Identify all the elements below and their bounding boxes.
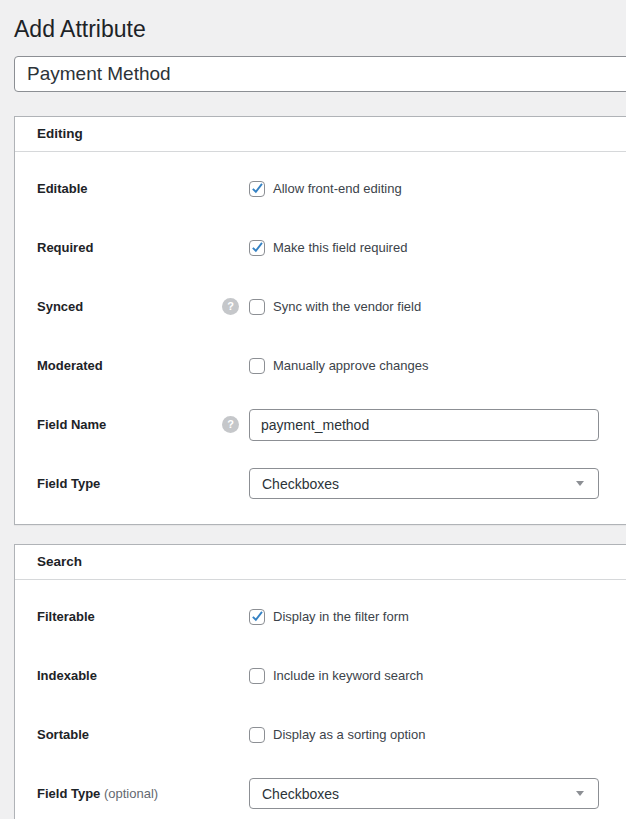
checkbox-indexable[interactable]	[249, 668, 265, 684]
dropdown-caret-icon	[576, 481, 584, 486]
checkbox-label[interactable]: Manually approve changes	[273, 358, 428, 374]
field-label-text: Editable	[37, 181, 88, 196]
field-label-text: Moderated	[37, 358, 103, 373]
checkbox-field-required: Make this field required	[249, 240, 407, 256]
field-label-text: Field Name	[37, 417, 106, 432]
select-value: Checkboxes	[262, 786, 339, 802]
checkbox-field-editable: Allow front-end editing	[249, 181, 402, 197]
field-label-suffix: (optional)	[104, 786, 158, 801]
section-title: Editing	[15, 117, 626, 152]
field-label: Indexable	[37, 667, 97, 684]
field-label: Sortable	[37, 726, 89, 743]
attribute-title-input[interactable]	[14, 56, 626, 92]
field-label-cell: Indexable	[37, 667, 239, 684]
checkbox-field-filterable: Display in the filter form	[249, 609, 409, 625]
checkbox-field-moderated: Manually approve changes	[249, 358, 428, 374]
field-label: Moderated	[37, 357, 103, 374]
select-field-type[interactable]: Checkboxes	[249, 468, 599, 499]
help-icon[interactable]: ?	[222, 298, 239, 315]
checkbox-field-indexable: Include in keyword search	[249, 668, 423, 684]
field-label: Synced	[37, 298, 83, 315]
field-row-moderated: ModeratedManually approve changes	[37, 336, 609, 395]
checkbox-label[interactable]: Make this field required	[273, 240, 407, 256]
checkmark-icon	[251, 610, 264, 623]
checkbox-label[interactable]: Sync with the vendor field	[273, 299, 421, 315]
checkbox-label[interactable]: Allow front-end editing	[273, 181, 402, 197]
field-label-text: Synced	[37, 299, 83, 314]
field-label-cell: Moderated	[37, 357, 239, 374]
field-label: Field Name	[37, 416, 106, 433]
field-label-cell: Editable	[37, 180, 239, 197]
section-search: SearchFilterableDisplay in the filter fo…	[14, 544, 626, 819]
field-label-cell: Filterable	[37, 608, 239, 625]
checkbox-sortable[interactable]	[249, 727, 265, 743]
field-label-text: Required	[37, 240, 93, 255]
checkbox-label[interactable]: Display as a sorting option	[273, 727, 425, 743]
field-label-text: Indexable	[37, 668, 97, 683]
field-row-field-type: Field TypeCheckboxes	[37, 454, 609, 513]
sections-container: EditingEditableAllow front-end editingRe…	[14, 116, 626, 819]
field-label-cell: Synced?	[37, 298, 239, 315]
field-row-editable: EditableAllow front-end editing	[37, 159, 609, 218]
help-icon[interactable]: ?	[222, 416, 239, 433]
field-label-text: Field Type	[37, 476, 100, 491]
field-label-cell: Field Name?	[37, 416, 239, 433]
select-value: Checkboxes	[262, 476, 339, 492]
field-row-synced: Synced?Sync with the vendor field	[37, 277, 609, 336]
checkbox-moderated[interactable]	[249, 358, 265, 374]
checkbox-synced[interactable]	[249, 299, 265, 315]
field-label: Field Type (optional)	[37, 785, 158, 802]
checkbox-required[interactable]	[249, 240, 265, 256]
dropdown-caret-icon	[576, 791, 584, 796]
field-label-text: Filterable	[37, 609, 95, 624]
checkbox-field-sortable: Display as a sorting option	[249, 727, 425, 743]
checkbox-label[interactable]: Display in the filter form	[273, 609, 409, 625]
field-row-field-name: Field Name?	[37, 395, 609, 454]
section-body: EditableAllow front-end editingRequiredM…	[15, 152, 626, 524]
checkbox-filterable[interactable]	[249, 609, 265, 625]
checkbox-editable[interactable]	[249, 181, 265, 197]
field-label-cell: Field Type	[37, 475, 239, 492]
section-title: Search	[15, 545, 626, 580]
checkbox-label[interactable]: Include in keyword search	[273, 668, 423, 684]
field-row-field-type: Field Type (optional)Checkboxes	[37, 764, 609, 819]
field-label: Editable	[37, 180, 88, 197]
field-label: Filterable	[37, 608, 95, 625]
field-row-sortable: SortableDisplay as a sorting option	[37, 705, 609, 764]
field-row-filterable: FilterableDisplay in the filter form	[37, 587, 609, 646]
select-field-type[interactable]: Checkboxes	[249, 778, 599, 809]
field-row-required: RequiredMake this field required	[37, 218, 609, 277]
section-editing: EditingEditableAllow front-end editingRe…	[14, 116, 626, 525]
field-row-indexable: IndexableInclude in keyword search	[37, 646, 609, 705]
page-title: Add Attribute	[14, 0, 626, 56]
checkmark-icon	[251, 241, 264, 254]
field-label-text: Field Type	[37, 786, 100, 801]
input-field-name[interactable]	[249, 409, 599, 441]
field-label-cell: Sortable	[37, 726, 239, 743]
field-label: Field Type	[37, 475, 100, 492]
field-label-cell: Required	[37, 239, 239, 256]
section-body: FilterableDisplay in the filter formInde…	[15, 580, 626, 819]
checkmark-icon	[251, 182, 264, 195]
add-attribute-page: Add Attribute EditingEditableAllow front…	[0, 0, 626, 819]
field-label: Required	[37, 239, 93, 256]
field-label-text: Sortable	[37, 727, 89, 742]
checkbox-field-synced: Sync with the vendor field	[249, 299, 421, 315]
field-label-cell: Field Type (optional)	[37, 785, 239, 802]
